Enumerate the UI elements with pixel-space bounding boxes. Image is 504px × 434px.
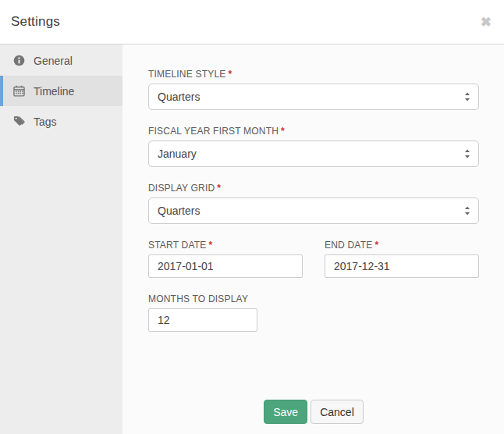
end-date-input[interactable] (325, 254, 479, 278)
settings-form: TIMELINE STYLE* Quarters FISCAL YEAR FIR… (122, 44, 504, 434)
fiscal-year-first-month-select[interactable]: January (148, 141, 479, 167)
settings-modal: Settings ✖ General (0, 0, 504, 434)
required-marker: * (374, 240, 378, 251)
field-months-to-display: MONTHS TO DISPLAY (148, 293, 479, 332)
required-marker: * (281, 126, 285, 137)
modal-footer: Save Cancel (148, 400, 479, 424)
sidebar-item-label: Timeline (34, 85, 74, 98)
display-grid-select[interactable]: Quarters (148, 197, 479, 224)
required-marker: * (217, 183, 221, 194)
start-date-label: START DATE* (148, 240, 303, 251)
modal-body: General (0, 44, 504, 434)
fiscal-year-first-month-label: FISCAL YEAR FIRST MONTH* (148, 126, 479, 137)
sidebar-item-label: Tags (34, 116, 57, 128)
info-circle-icon (13, 55, 25, 66)
end-date-label: END DATE* (325, 240, 479, 251)
timeline-style-label: TIMELINE STYLE* (148, 69, 479, 80)
months-to-display-input[interactable] (148, 308, 257, 332)
sidebar-item-label: General (34, 55, 73, 67)
months-to-display-label: MONTHS TO DISPLAY (148, 293, 479, 304)
required-marker: * (229, 69, 232, 80)
sidebar-item-general[interactable]: General (0, 45, 122, 76)
cancel-button[interactable]: Cancel (311, 400, 364, 424)
calendar-icon (13, 85, 25, 97)
field-timeline-style: TIMELINE STYLE* Quarters (148, 69, 479, 110)
sidebar-item-tags[interactable]: Tags (0, 106, 122, 137)
tags-icon (13, 116, 25, 127)
field-end-date: END DATE* (325, 240, 479, 278)
field-fiscal-year-first-month: FISCAL YEAR FIRST MONTH* January (148, 126, 479, 167)
date-range-row: START DATE* END DATE* (148, 240, 479, 278)
display-grid-label: DISPLAY GRID* (148, 183, 479, 194)
sidebar-item-timeline[interactable]: Timeline (0, 76, 122, 106)
required-marker: * (208, 240, 212, 251)
modal-title: Settings (11, 14, 60, 30)
save-button[interactable]: Save (264, 400, 307, 424)
sidebar: General (0, 44, 122, 434)
field-display-grid: DISPLAY GRID* Quarters (148, 183, 479, 224)
field-start-date: START DATE* (148, 240, 303, 278)
start-date-input[interactable] (148, 254, 303, 278)
modal-header: Settings ✖ (0, 0, 504, 44)
timeline-style-select[interactable]: Quarters (148, 84, 479, 110)
close-icon[interactable]: ✖ (481, 16, 492, 29)
